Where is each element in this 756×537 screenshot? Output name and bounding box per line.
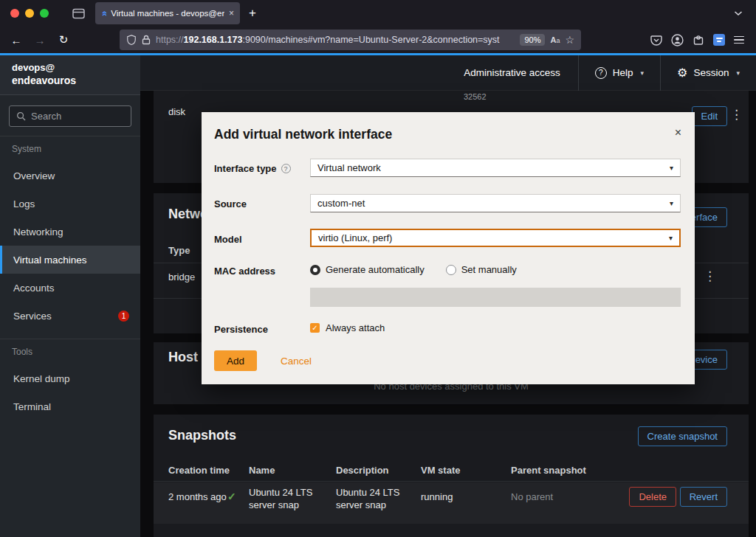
column-type: Type [168, 245, 190, 256]
menu-icon[interactable] [734, 36, 744, 44]
kebab-menu-icon[interactable]: ⋮ [704, 270, 716, 283]
interface-type-select[interactable]: Virtual network ▾ [310, 159, 681, 177]
firefox-view-icon[interactable] [72, 8, 85, 19]
close-icon[interactable]: × [675, 126, 681, 139]
back-button[interactable]: ← [6, 30, 27, 50]
interface-type-cell: bridge [168, 271, 195, 283]
cancel-button[interactable]: Cancel [281, 356, 312, 367]
mac-address-input [310, 288, 681, 307]
kebab-menu-icon[interactable]: ⋮ [730, 108, 743, 121]
column-description: Description [336, 465, 389, 476]
mac-radio-group: Generate automatically Set manually [310, 264, 517, 275]
interface-type-label: Interface type ? [214, 163, 291, 174]
source-label: Source [214, 198, 247, 209]
snapshot-parent: No parent [511, 491, 553, 502]
delete-snapshot-button[interactable]: Delete [629, 487, 676, 507]
tab-close-icon[interactable]: × [229, 8, 234, 18]
host-user: devops@ [12, 62, 128, 73]
zoom-level-badge[interactable]: 90% [520, 34, 545, 46]
search-placeholder: Search [31, 111, 61, 122]
table-divider [154, 481, 749, 482]
lock-icon[interactable] [142, 35, 151, 45]
browser-tab[interactable]: » Virtual machines - devops@end × [95, 2, 240, 24]
url-bar[interactable]: https://192.168.1.173:9090/machines#vm?n… [120, 30, 581, 50]
chevron-down-icon: ▾ [669, 234, 673, 242]
sidebar-item-virtual-machines[interactable]: Virtual machines [0, 246, 140, 274]
translate-extension-icon[interactable] [713, 34, 725, 46]
browser-titlebar: » Virtual machines - devops@end × + [0, 0, 756, 27]
session-menu-button[interactable]: ⚙ Session ▾ [661, 55, 756, 91]
memory-usage-fragment: 32562 [464, 92, 487, 101]
url-text: https://192.168.1.173:9090/machines#vm?n… [156, 35, 515, 45]
help-icon[interactable]: ? [281, 164, 291, 173]
chevron-down-icon: ▾ [736, 69, 740, 77]
snapshots-title: Snapshots [168, 428, 236, 443]
tab-list-chevron-icon[interactable] [734, 10, 743, 16]
always-attach-checkbox[interactable]: ✓ [310, 323, 320, 333]
browser-navbar: ← → ↻ https://192.168.1.173:9090/machine… [0, 27, 756, 53]
bookmark-star-icon[interactable]: ☆ [565, 34, 574, 46]
disk-edit-button[interactable]: Edit [692, 106, 727, 126]
maximize-window-button[interactable] [40, 9, 49, 18]
column-parent-snapshot: Parent snapshot [511, 465, 586, 476]
add-virtual-network-interface-dialog: Add virtual network interface × Interfac… [202, 112, 695, 384]
column-vm-state: VM state [421, 465, 460, 476]
create-snapshot-button[interactable]: Create snapshot [638, 426, 727, 446]
check-icon: ✓ [227, 491, 236, 502]
pocket-icon[interactable] [650, 35, 662, 46]
disk-row-label: disk [168, 106, 185, 117]
sidebar-item-services[interactable]: Services 1 [0, 302, 140, 330]
sidebar-item-logs[interactable]: Logs [0, 190, 140, 218]
chevron-down-icon: ▾ [670, 199, 673, 207]
chevron-down-icon: ▾ [670, 164, 673, 172]
sidebar-section-tools: Tools [0, 339, 140, 364]
sidebar-item-accounts[interactable]: Accounts [0, 274, 140, 302]
sidebar-section-system: System [0, 136, 140, 162]
new-tab-button[interactable]: + [249, 6, 256, 21]
persistence-checkbox-row: ✓ Always attach [310, 322, 385, 333]
add-button[interactable]: Add [214, 350, 257, 371]
question-circle-icon: ? [595, 67, 607, 79]
help-menu-button[interactable]: ? Help ▾ [579, 55, 660, 91]
column-creation-time: Creation time [168, 465, 230, 476]
window-controls [10, 9, 49, 18]
tracking-protection-shield-icon[interactable] [126, 34, 137, 46]
search-input[interactable]: Search [9, 105, 131, 127]
reload-button[interactable]: ↻ [53, 30, 74, 50]
administrative-access-button[interactable]: Administrative access [446, 67, 578, 78]
sidebar-item-overview[interactable]: Overview [0, 162, 140, 190]
revert-snapshot-button[interactable]: Revert [680, 487, 727, 507]
sidebar-item-networking[interactable]: Networking [0, 218, 140, 246]
sidebar-item-terminal[interactable]: Terminal [0, 392, 140, 420]
source-select[interactable]: custom-net ▾ [310, 194, 681, 212]
snapshot-description: Ubuntu 24 LTS server snap [336, 486, 408, 511]
sidebar-item-kernel-dump[interactable]: Kernel dump [0, 364, 140, 392]
chevron-down-icon: ▾ [641, 69, 645, 77]
model-label: Model [214, 234, 242, 245]
services-alert-badge: 1 [118, 311, 129, 322]
translate-icon[interactable]: Aa [550, 35, 560, 44]
account-icon[interactable] [671, 34, 684, 46]
model-select[interactable]: virtio (Linux, perf) ▾ [310, 229, 681, 247]
forward-button[interactable]: → [30, 30, 50, 50]
snapshot-name: Ubuntu 24 LTS server snap [249, 486, 321, 511]
host-name: endeavouros [12, 75, 128, 86]
search-icon [16, 111, 26, 121]
tab-title: Virtual machines - devops@end [111, 9, 224, 18]
navbar-right-icons [650, 34, 744, 46]
set-manually-radio[interactable] [446, 265, 456, 275]
cockpit-sidebar: devops@ endeavouros Search System Overvi… [0, 55, 140, 537]
masthead: Administrative access ? Help ▾ ⚙ Session… [140, 55, 756, 91]
snapshot-vm-state: running [421, 491, 453, 502]
minimize-window-button[interactable] [25, 9, 34, 18]
gear-icon: ⚙ [677, 67, 687, 79]
persistence-label: Persistence [214, 324, 268, 335]
host-switcher[interactable]: devops@ endeavouros [0, 55, 140, 95]
cockpit-favicon-icon: » [99, 10, 109, 15]
generate-automatically-radio[interactable] [310, 265, 320, 275]
snapshots-card: Snapshots Create snapshot Creation time … [154, 415, 749, 537]
snapshot-creation-time: 2 months ago [168, 491, 227, 502]
extensions-puzzle-icon[interactable] [693, 34, 704, 46]
column-name: Name [249, 465, 275, 476]
close-window-button[interactable] [10, 9, 19, 18]
